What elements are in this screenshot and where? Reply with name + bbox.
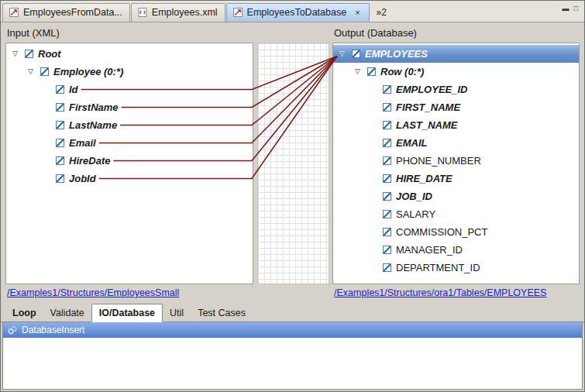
bottom-tab[interactable]: Test Cases — [191, 304, 253, 322]
tree-item[interactable]: FIRST_NAME — [333, 98, 579, 116]
bottom-panel: DatabaseInsert — [2, 322, 583, 390]
input-panel: ▽Root▽Employee (0:*)IdFirstNameLastNameE… — [5, 43, 253, 284]
element-icon — [25, 50, 33, 58]
tree-item-label: LastName — [69, 119, 117, 131]
element-icon — [383, 121, 391, 129]
element-icon — [383, 85, 391, 94]
tree-item-label: FIRST_NAME — [396, 101, 460, 113]
element-icon — [56, 85, 64, 94]
bottom-tab[interactable]: Util — [163, 304, 191, 322]
tree-item[interactable]: EMAIL — [333, 134, 579, 152]
tree-item-label: EMAIL — [396, 137, 427, 149]
mapper-window: EmployeesFromData...Employees.xmlEmploye… — [0, 0, 585, 392]
element-icon — [56, 156, 64, 165]
editor-tab[interactable]: EmployeesToDatabase× — [226, 3, 370, 22]
structure-links: /Examples1/Structures/EmployeesSmall /Ex… — [1, 284, 584, 303]
bottom-tab[interactable]: Validate — [43, 304, 91, 322]
element-icon — [383, 246, 391, 254]
expand-caret-icon[interactable]: ▽ — [355, 68, 367, 75]
xml-file-icon — [137, 7, 148, 18]
tree-item[interactable]: Id — [6, 81, 253, 98]
list-item-label: DatabaseInsert — [22, 325, 84, 335]
element-icon — [40, 67, 49, 76]
tree-item[interactable]: MANAGER_ID — [333, 241, 579, 259]
tree-item[interactable]: LAST_NAME — [333, 116, 579, 134]
tree-item[interactable]: ▽Root — [6, 45, 253, 63]
editor-tab-label: EmployeesFromData... — [23, 7, 122, 18]
tree-item-label: Email — [69, 137, 96, 149]
tree-item-label: JobId — [69, 173, 96, 184]
tree-item-label: LAST_NAME — [396, 119, 457, 131]
tree-item[interactable]: JOB_ID — [333, 187, 579, 205]
mapping-canvas[interactable] — [257, 43, 329, 284]
element-icon — [383, 174, 391, 183]
tree-item-label: Root — [38, 48, 61, 60]
element-icon — [56, 103, 64, 112]
element-icon — [383, 103, 391, 112]
element-icon — [56, 174, 64, 183]
element-icon — [383, 192, 391, 201]
tree-item[interactable]: LastName — [6, 116, 253, 134]
tree-item[interactable]: EMPLOYEE_ID — [333, 81, 579, 98]
mapper-file-icon — [9, 7, 19, 18]
editor-tab[interactable]: EmployeesFromData... — [2, 3, 130, 22]
tree-item[interactable]: COMMISSION_PCT — [333, 223, 579, 241]
element-icon — [367, 67, 376, 76]
tree-item-label: Id — [69, 84, 78, 95]
tree-item[interactable]: DEPARTMENT_ID — [333, 259, 579, 277]
tree-item-label: PHONE_NUMBER — [396, 155, 481, 167]
editor-tab[interactable]: Employees.xml — [131, 3, 225, 22]
database-insert-icon — [8, 325, 17, 335]
input-structure-link[interactable]: /Examples1/Structures/EmployeesSmall — [7, 287, 179, 298]
expand-caret-icon[interactable]: ▽ — [12, 50, 25, 57]
tree-item[interactable]: ▽Employee (0:*) — [6, 63, 253, 81]
element-icon — [352, 50, 360, 58]
element-icon — [383, 228, 391, 236]
tab-overflow-button[interactable]: »2 — [377, 7, 387, 18]
view-buttons: ▬ □ — [559, 2, 581, 15]
tree-item-label: HIRE_DATE — [396, 173, 453, 184]
editor-tab-label: EmployeesToDatabase — [247, 7, 347, 18]
tree-item-label: FirstName — [69, 101, 119, 113]
minimize-icon[interactable]: ▬ — [563, 4, 570, 13]
close-icon[interactable]: × — [353, 8, 361, 17]
tree-item[interactable]: SALARY — [333, 205, 579, 223]
tree-item[interactable]: Email — [6, 134, 253, 152]
input-tree: ▽Root▽Employee (0:*)IdFirstNameLastNameE… — [6, 43, 253, 187]
output-panel-title: Output (Database) — [334, 27, 417, 39]
maximize-icon[interactable]: □ — [574, 4, 578, 13]
editor-tab-label: Employees.xml — [152, 7, 218, 18]
editor-tabs: EmployeesFromData...Employees.xmlEmploye… — [2, 2, 370, 22]
element-icon — [56, 139, 64, 147]
output-panel: ▽EMPLOYEES▽Row (0:*)EMPLOYEE_IDFIRST_NAM… — [332, 43, 580, 284]
tree-item-label: HireDate — [69, 155, 110, 167]
tree-item[interactable]: JobId — [6, 170, 253, 187]
tree-item-label: EMPLOYEE_ID — [396, 84, 467, 95]
tree-item-label: EMPLOYEES — [365, 48, 428, 60]
tree-item-label: JOB_ID — [396, 191, 432, 202]
list-item[interactable]: DatabaseInsert — [3, 322, 582, 338]
expand-caret-icon[interactable]: ▽ — [28, 68, 40, 75]
element-icon — [383, 139, 391, 147]
element-icon — [56, 121, 64, 129]
bottom-tab[interactable]: IO/Database — [91, 304, 163, 322]
tree-item-label: Row (0:*) — [380, 66, 424, 77]
tree-item[interactable]: ▽EMPLOYEES — [333, 45, 579, 63]
tree-item[interactable]: FirstName — [6, 98, 253, 116]
mapper-file-icon — [232, 7, 243, 18]
tree-item-label: MANAGER_ID — [396, 244, 463, 256]
tree-item[interactable]: HireDate — [6, 152, 253, 170]
expand-caret-icon[interactable]: ▽ — [339, 50, 352, 57]
editor-tab-bar: EmployeesFromData...Employees.xmlEmploye… — [1, 1, 584, 22]
tree-item[interactable]: PHONE_NUMBER — [333, 152, 579, 170]
tree-item-label: SALARY — [396, 208, 435, 220]
mapping-region: ▽Root▽Employee (0:*)IdFirstNameLastNameE… — [1, 43, 584, 284]
bottom-tab[interactable]: Loop — [5, 304, 43, 322]
bottom-tab-bar: LoopValidateIO/DatabaseUtilTest Cases — [1, 303, 584, 322]
tree-item[interactable]: ▽Row (0:*) — [333, 63, 579, 81]
tree-item[interactable]: HIRE_DATE — [333, 170, 579, 187]
output-structure-link[interactable]: /Examples1/Structures/ora1/Tables/EMPLOY… — [334, 287, 546, 298]
bottom-list: DatabaseInsert — [3, 322, 582, 338]
input-panel-title: Input (XML) — [7, 27, 60, 39]
tree-item-label: Employee (0:*) — [53, 66, 123, 77]
